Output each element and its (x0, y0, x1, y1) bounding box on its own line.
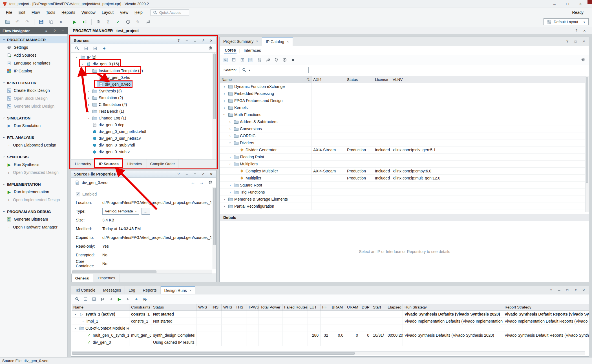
maximize-icon[interactable]: ↗ (581, 39, 586, 44)
settings-icon[interactable] (208, 180, 213, 185)
tree-expanded-icon[interactable]: › (74, 326, 78, 330)
document-tab-ip-catalog[interactable]: IP Catalog× (262, 37, 293, 46)
column-header-start[interactable]: Start (371, 304, 386, 310)
ip-catalog-row-floating-point[interactable]: ›Floating Point (220, 154, 586, 161)
tree-expanded-icon[interactable]: › (74, 312, 78, 316)
bottom-tab-design-runs[interactable]: Design Runs× (161, 286, 196, 294)
ip-catalog-row-fpga-features-and-design[interactable]: ›FPGA Features and Design (220, 97, 586, 104)
tree-collapsed-icon[interactable]: › (228, 120, 232, 124)
source-tree-item-div-gen-0-sim-netlist-vhdl[interactable]: div_gen_0_sim_netlist.vhdl (72, 128, 212, 135)
flownav-item-open-implemented-design[interactable]: ›Open Implemented Design (0, 196, 67, 204)
ip-catalog-row-cordic[interactable]: ›CORDIC (220, 132, 586, 139)
ip-catalog-row-partial-reconfiguration[interactable]: ›Partial Reconfiguration (220, 203, 586, 210)
column-header-bram[interactable]: BRAM (330, 304, 345, 310)
maximize-icon[interactable]: ↗ (201, 172, 206, 176)
flownav-item-generate-block-design[interactable]: Generate Block Design (0, 102, 67, 110)
bottom-tab-tcl-console[interactable]: Tcl Console (71, 286, 99, 294)
properties-tab-properties[interactable]: Properties (93, 274, 120, 282)
collapse-all-icon[interactable] (231, 58, 236, 62)
tree-expanded-icon[interactable]: › (222, 112, 227, 117)
tree-expanded-icon[interactable]: › (81, 62, 85, 66)
tree-collapsed-icon[interactable]: › (86, 109, 91, 114)
sources-tab-hierarchy[interactable]: Hierarchy (71, 159, 95, 168)
subtab-cores[interactable]: Cores (224, 47, 237, 54)
column-header-ff[interactable]: FF (321, 304, 330, 310)
minimize-icon[interactable]: – (184, 38, 189, 43)
source-tree-item-div-gen-0-sim-netlist-v[interactable]: div_gen_0_sim_netlist.v (72, 135, 212, 142)
design-run-row-synth-1-active[interactable]: ›▷synth_1 (active)constrs_1Not startedVi… (72, 311, 589, 318)
tree-collapsed-icon[interactable]: › (222, 85, 227, 89)
sources-tab-ip-sources[interactable]: IP Sources (95, 159, 123, 168)
tree-collapsed-icon[interactable]: › (228, 127, 232, 131)
flownav-item-run-simulation[interactable]: ▶Run Simulation (0, 122, 67, 130)
validate-button[interactable]: ✓ (114, 18, 122, 26)
flownav-section-simulation[interactable]: ›SIMULATION (0, 114, 67, 122)
minimize-icon[interactable]: – (557, 288, 562, 292)
column-header-ths[interactable]: THS (234, 304, 246, 310)
flownav-item-open-synthesized-design[interactable]: ›Open Synthesized Design (0, 168, 67, 176)
ip-catalog-row-embedded-processing[interactable]: ›Embedded Processing (220, 90, 586, 97)
source-tree-item-change-log-1[interactable]: ›Change Log (1) (72, 115, 212, 121)
settings-icon[interactable] (208, 46, 213, 50)
close-icon[interactable]: × (582, 28, 587, 33)
quick-access-search[interactable]: Quick Access (150, 9, 189, 16)
flownav-section-implementation[interactable]: ›IMPLEMENTATION (0, 181, 67, 188)
minimize-icon[interactable]: – (60, 28, 65, 33)
tree-collapsed-icon[interactable]: › (222, 92, 227, 96)
ip-catalog-row-memories-storage-elements[interactable]: ›Memories & Storage Elements (220, 196, 586, 203)
collapse-all-icon[interactable] (83, 297, 88, 301)
ip-catalog-row-complex-multiplier[interactable]: Complex MultiplierAXI4-StreamProductionI… (220, 168, 586, 175)
maximize-window-button[interactable]: □ (561, 0, 574, 8)
ip-catalog-row-trig-functions[interactable]: ›Trig Functions (220, 189, 586, 196)
percentage-icon[interactable]: % (142, 297, 147, 301)
maximize-icon[interactable]: ↗ (201, 38, 206, 43)
bottom-tab-reports[interactable]: Reports (139, 286, 161, 294)
step-back-icon[interactable] (109, 297, 113, 301)
source-tree-item-div-gen-0-vho[interactable]: div_gen_0.vho (72, 74, 212, 81)
tree-collapsed-icon[interactable]: › (228, 190, 232, 194)
search-icon[interactable] (223, 58, 228, 62)
properties-tab-general[interactable]: General (71, 274, 93, 282)
ip-catalog-row-math-functions[interactable]: ›Math Functions (220, 111, 586, 118)
flownav-item-run-synthesis[interactable]: ▶Run Synthesis (0, 161, 67, 168)
flownav-item-open-block-design[interactable]: Open Block Design (0, 94, 67, 102)
column-header-tns[interactable]: TNS (209, 304, 222, 310)
help-icon[interactable]: ? (549, 288, 553, 292)
float-icon[interactable]: □ (573, 39, 578, 44)
ip-catalog-row-adders-subtracters[interactable]: ›Adders & Subtracters (220, 118, 586, 125)
properties-scrollbar[interactable] (213, 187, 216, 269)
ip-settings-icon[interactable] (282, 58, 287, 62)
maximize-icon[interactable]: ↗ (573, 288, 578, 292)
run-icon[interactable]: ▶ (117, 297, 122, 301)
tree-expanded-icon[interactable]: › (75, 55, 79, 59)
column-header-license[interactable]: License (373, 76, 391, 83)
design-run-row-div-gen-0[interactable]: ✓div_gen_0Using cached IP results (72, 339, 589, 346)
ip-catalog-scrollbar[interactable] (585, 76, 589, 212)
type-dropdown[interactable]: Verilog Template▾ (102, 208, 139, 215)
source-tree-item-instantiation-template-2[interactable]: ›Instantiation Template (2) (72, 67, 212, 74)
properties-horizontal-scrollbar[interactable] (72, 270, 212, 274)
minimize-window-button[interactable]: – (548, 0, 561, 8)
settings-icon[interactable] (581, 57, 586, 62)
expand-all-icon[interactable] (92, 297, 96, 301)
source-tree-item-div-gen-0-stub-vhdl[interactable]: div_gen_0_stub.vhdl (72, 142, 212, 148)
column-header-report-strategy[interactable]: Report Strategy (503, 304, 589, 310)
open-project-button[interactable] (3, 18, 12, 26)
run-button[interactable]: ▶ (70, 18, 79, 26)
tree-collapsed-icon[interactable]: › (86, 96, 91, 100)
flownav-item-create-block-design[interactable]: Create Block Design (0, 86, 67, 94)
ip-catalog-row-multiplier[interactable]: MultiplierProductionIncludedxilinx.com:i… (220, 175, 586, 182)
tree-collapsed-icon[interactable]: › (86, 89, 91, 93)
flownav-section-rtl-analysis[interactable]: ›RTL ANALYSIS (0, 134, 67, 141)
close-tab-icon[interactable]: × (189, 288, 192, 292)
document-tab-project-summary[interactable]: Project Summary× (220, 37, 262, 46)
column-header-name[interactable]: Name^1 (220, 76, 312, 83)
ip-catalog-row-multipliers[interactable]: ›Multipliers (220, 161, 586, 168)
ip-catalog-row-dynamic-function-exchange[interactable]: ›Dynamic Function eXchange (220, 83, 586, 90)
step-forward-icon[interactable] (125, 297, 130, 301)
details-toggle-icon[interactable]: ■ (291, 58, 295, 62)
close-icon[interactable]: × (581, 288, 586, 292)
collapse-all-icon[interactable] (84, 46, 89, 51)
design-run-row-out-of-context-module-runs[interactable]: ›Out-of-Context Module Runs (72, 325, 589, 332)
close-tab-icon[interactable]: × (287, 39, 289, 44)
